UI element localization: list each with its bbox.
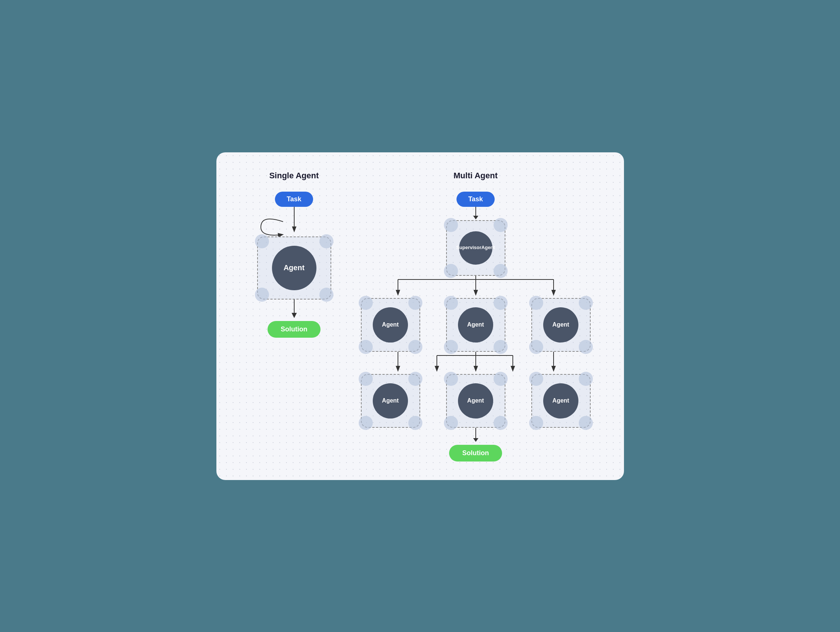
supervisor-blob-tr — [494, 218, 508, 232]
svg-marker-2 — [473, 216, 478, 220]
top-agent-2-cell: Agent — [446, 298, 505, 352]
top-agent-3-cell: Agent — [531, 298, 591, 352]
top-agent-1-circle: Agent — [373, 307, 408, 343]
bottom-agent-2-circle: Agent — [458, 383, 493, 419]
bottom-agent-row: Agent Agent — [361, 374, 591, 442]
task-to-supervisor-arrow — [473, 216, 478, 220]
svg-marker-16 — [473, 438, 478, 442]
blob-bl — [255, 288, 269, 302]
task-to-supervisor-line — [475, 207, 476, 216]
supervisor-branch-area — [361, 276, 591, 298]
single-agent-box: Agent — [257, 237, 331, 300]
single-agent-connector-area — [257, 207, 331, 237]
multi-agent-task: Task — [456, 192, 495, 207]
supervisor-branch-svg — [361, 276, 591, 298]
supervisor-box: Supervisor Agent — [446, 220, 505, 276]
single-agent-task: Task — [275, 192, 313, 207]
multi-agent-title: Multi Agent — [453, 171, 497, 180]
top-agent-1-box: Agent — [361, 298, 420, 352]
diagram-container: Single Agent Task — [216, 152, 624, 480]
single-agent-section: Single Agent Task — [238, 171, 350, 461]
top-agent-2-box: Agent — [446, 298, 505, 352]
single-agent-arrow-svg — [257, 207, 331, 237]
bottom-agent-3-cell: Agent — [531, 374, 591, 428]
top-agent-row: Agent Agent — [361, 298, 591, 352]
mid-branch-area — [361, 352, 591, 374]
bottom-agent-1-circle: Agent — [373, 383, 408, 419]
blob-tr — [319, 234, 333, 248]
bottom-agent-1-cell: Agent — [361, 374, 420, 428]
bottom-to-solution-arrow — [473, 438, 478, 442]
supervisor-circle: Supervisor Agent — [459, 231, 493, 265]
multi-agent-solution: Solution — [449, 445, 502, 461]
single-agent-title: Single Agent — [269, 171, 319, 180]
single-agent-circle: Agent — [272, 246, 316, 290]
mid-branch-svg — [361, 352, 591, 374]
top-agent-3-circle: Agent — [543, 307, 578, 343]
bottom-agent-3-circle: Agent — [543, 383, 578, 419]
single-agent-solution: Solution — [267, 321, 321, 338]
bottom-agent-3-box: Agent — [531, 374, 591, 428]
multi-agent-section: Multi Agent Task Supervisor Agent — [350, 171, 602, 461]
top-agent-1-cell: Agent — [361, 298, 420, 352]
bottom-agent-1-box: Agent — [361, 374, 420, 428]
top-agent-3-box: Agent — [531, 298, 591, 352]
bottom-agent-2-box: Agent — [446, 374, 505, 428]
single-agent-arrow-down — [292, 313, 297, 318]
bottom-agent-2-cell: Agent — [446, 374, 505, 442]
svg-marker-1 — [292, 313, 297, 318]
single-agent-bottom-connector — [294, 300, 295, 314]
top-agent-2-circle: Agent — [458, 307, 493, 343]
